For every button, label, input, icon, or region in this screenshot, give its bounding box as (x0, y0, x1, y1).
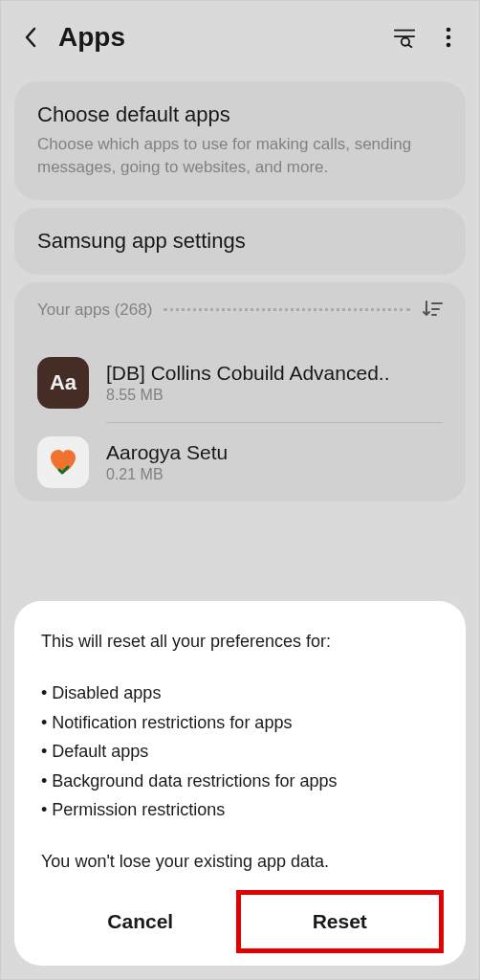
modal-bullet: • Disabled apps (41, 679, 439, 708)
modal-bullet: • Default apps (41, 737, 439, 767)
cancel-button[interactable]: Cancel (41, 895, 240, 948)
reset-preferences-modal: This will reset all your preferences for… (14, 601, 466, 966)
modal-bullet: • Permission restrictions (41, 795, 439, 825)
modal-footer-text: You won't lose your existing app data. (41, 852, 439, 872)
modal-buttons: Cancel Reset (41, 895, 439, 948)
reset-button[interactable]: Reset (236, 890, 445, 953)
modal-bullet: • Notification restrictions for apps (41, 708, 439, 738)
modal-bullet: • Background data restrictions for apps (41, 767, 439, 796)
modal-bullets: • Disabled apps • Notification restricti… (41, 679, 439, 825)
modal-title: This will reset all your preferences for… (41, 632, 439, 652)
